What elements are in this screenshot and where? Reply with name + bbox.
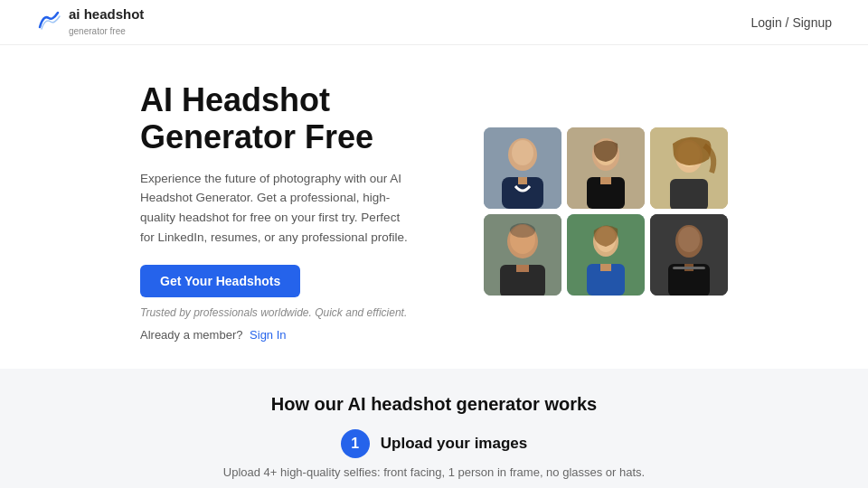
step-label: Upload your images xyxy=(381,435,527,453)
step-row: 1 Upload your images xyxy=(36,429,832,458)
signin-link[interactable]: Sign In xyxy=(250,328,286,342)
navbar: ai headshot generator free Login / Signu… xyxy=(0,0,868,45)
headshot-photo-6 xyxy=(650,214,728,296)
svg-rect-30 xyxy=(673,267,705,269)
how-it-works-section: How our AI headshot generator works 1 Up… xyxy=(0,369,868,488)
svg-rect-12 xyxy=(670,179,708,209)
signin-prompt: Already a member? Sign In xyxy=(140,328,411,342)
svg-point-19 xyxy=(510,223,535,238)
svg-rect-18 xyxy=(516,265,529,272)
hero-text: AI Headshot Generator Free Experience th… xyxy=(140,81,411,342)
svg-point-28 xyxy=(678,227,700,252)
headshot-photo-1 xyxy=(484,127,561,209)
hero-title-line1: AI Headshot xyxy=(140,81,330,118)
cta-button[interactable]: Get Your Headshots xyxy=(140,265,300,297)
signin-prompt-text: Already a member? xyxy=(140,328,242,342)
headshot-photo-2 xyxy=(567,127,645,209)
hero-title-line2: Generator Free xyxy=(140,118,373,155)
hero-title: AI Headshot Generator Free xyxy=(140,81,411,156)
headshot-photo-4 xyxy=(484,214,561,296)
headshot-photo-3 xyxy=(650,127,728,209)
svg-rect-24 xyxy=(600,264,611,271)
logo-icon xyxy=(36,9,61,34)
how-title: How our AI headshot generator works xyxy=(36,394,832,415)
svg-rect-4 xyxy=(518,177,527,184)
logo: ai headshot generator free xyxy=(36,6,144,38)
login-signup-link[interactable]: Login / Signup xyxy=(750,15,832,30)
logo-text: ai headshot generator free xyxy=(69,6,144,38)
step-number: 1 xyxy=(341,429,370,458)
logo-line1: ai headshot xyxy=(69,6,144,23)
svg-point-3 xyxy=(512,140,533,165)
headshot-photo-5 xyxy=(567,214,645,296)
hero-section: AI Headshot Generator Free Experience th… xyxy=(0,45,868,369)
headshot-grid xyxy=(484,127,728,296)
step-description: Upload 4+ high-quality selfies: front fa… xyxy=(36,465,832,479)
svg-rect-9 xyxy=(600,177,611,184)
hero-description: Experience the future of photography wit… xyxy=(140,169,411,247)
logo-line2: generator free xyxy=(69,26,126,36)
trusted-text: Trusted by professionals worldwide. Quic… xyxy=(140,306,411,319)
